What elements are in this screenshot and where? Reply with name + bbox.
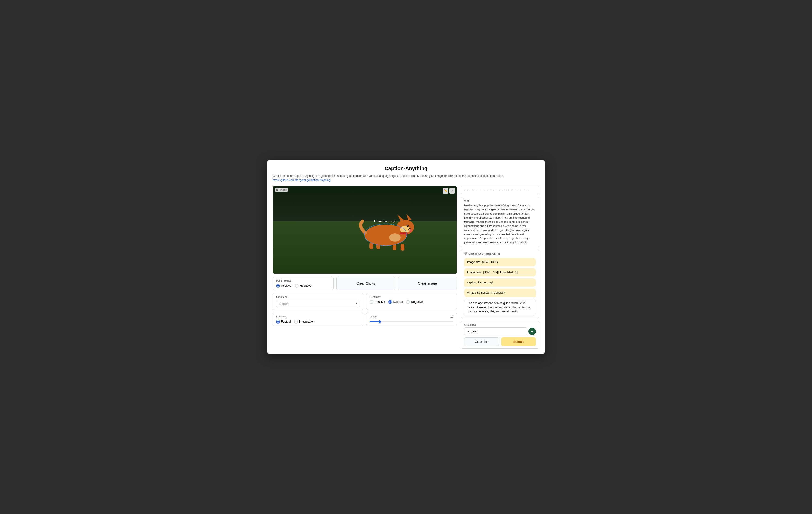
settings-row: Language English Chinese French German S… bbox=[273, 293, 457, 310]
length-slider-fill bbox=[370, 321, 378, 322]
sentiment-positive-indicator bbox=[370, 300, 373, 304]
positive-radio[interactable]: Positive bbox=[276, 284, 292, 288]
factuality-label: Factuality bbox=[276, 315, 360, 318]
wiki-text: Ike the corgi is a popular breed of dog … bbox=[464, 204, 536, 245]
chat-label: 💬 Chat about Selected Object bbox=[464, 252, 536, 255]
factuality-radio-group: Factual Imagination bbox=[276, 320, 360, 324]
sentiment-natural-indicator bbox=[388, 300, 392, 304]
github-link[interactable]: https://github.com/ttengwang/Caption-Any… bbox=[273, 179, 330, 182]
svg-point-14 bbox=[389, 233, 401, 242]
submit-button[interactable]: Submit bbox=[501, 337, 536, 346]
negative-radio[interactable]: Negative bbox=[295, 284, 312, 288]
point-prompt-radio-group: Positive Negative bbox=[276, 284, 330, 288]
length-slider-wrapper bbox=[370, 321, 454, 322]
language-box: Language English Chinese French German S… bbox=[273, 293, 364, 310]
positive-label: Positive bbox=[281, 284, 292, 287]
sentiment-positive-radio[interactable]: Positive bbox=[370, 300, 385, 304]
wiki-label: Wiki bbox=[464, 199, 536, 202]
svg-rect-11 bbox=[401, 244, 404, 250]
chat-icon: 💬 bbox=[464, 252, 467, 255]
imagination-label: Imagination bbox=[299, 320, 315, 323]
send-button[interactable]: ● bbox=[528, 328, 536, 335]
close-image-button[interactable]: ✕ bbox=[449, 188, 455, 193]
caption-bubble: I love the corgi. bbox=[374, 219, 396, 223]
language-label: Language bbox=[276, 295, 360, 298]
chat-input-field[interactable] bbox=[464, 327, 527, 335]
point-prompt-box: Point Prompt Positive Negative bbox=[273, 277, 334, 290]
chat-message-4: What is its lifespan in general? bbox=[464, 289, 536, 297]
chat-input-row: ● bbox=[464, 327, 536, 335]
chat-message-1: Image size: (2048, 1365) bbox=[464, 258, 536, 266]
svg-point-6 bbox=[408, 225, 408, 226]
sentiment-box: Sentiment Positive Natural bbox=[366, 293, 457, 310]
length-slider-thumb[interactable] bbox=[378, 320, 381, 323]
language-select-wrapper: English Chinese French German Spanish ▼ bbox=[276, 300, 360, 307]
app-window: Caption-Anything Gradio demo for Caption… bbox=[267, 160, 545, 354]
length-slider-track bbox=[370, 321, 454, 322]
chat-message-2: Image point: [[1371, 772]], Input label:… bbox=[464, 268, 536, 276]
image-actions: ✏️ ✕ bbox=[443, 188, 455, 193]
factuality-box: Factuality Factual Imagination bbox=[273, 313, 364, 326]
image-label: 🖼 Image bbox=[275, 188, 288, 192]
right-panel: ••••••••••••••••••••••••••••••••••••••••… bbox=[461, 186, 539, 349]
chat-input-label: Chat Input bbox=[464, 323, 536, 326]
factual-label: Factual bbox=[281, 320, 291, 323]
point-prompt-label: Point Prompt bbox=[276, 279, 330, 282]
bottom-actions: Clear Text Submit bbox=[464, 337, 536, 346]
clear-image-button[interactable]: Clear Image bbox=[398, 277, 457, 290]
sentiment-negative-radio[interactable]: Negative bbox=[406, 300, 423, 304]
length-header: Length 10 bbox=[370, 315, 454, 320]
sentiment-radio-group: Positive Natural Negative bbox=[370, 300, 454, 304]
positive-radio-indicator bbox=[276, 284, 280, 288]
factuality-row: Factuality Factual Imagination bbox=[273, 313, 457, 326]
factual-indicator bbox=[276, 320, 280, 324]
sentiment-positive-label: Positive bbox=[375, 300, 385, 304]
imagination-indicator bbox=[294, 320, 298, 324]
left-panel: 🖼 Image ✏️ ✕ bbox=[273, 186, 457, 349]
factual-radio[interactable]: Factual bbox=[276, 320, 291, 324]
length-value: 10 bbox=[451, 315, 454, 320]
app-title: Caption-Anything bbox=[273, 165, 539, 171]
length-box: Length 10 bbox=[366, 313, 457, 326]
sentiment-negative-indicator bbox=[406, 300, 410, 304]
negative-radio-indicator bbox=[295, 284, 298, 288]
send-icon: ● bbox=[531, 329, 533, 333]
svg-point-8 bbox=[409, 229, 412, 232]
clear-clicks-button[interactable]: Clear Clicks bbox=[336, 277, 395, 290]
edit-image-button[interactable]: ✏️ bbox=[443, 188, 448, 193]
sentiment-natural-label: Natural bbox=[393, 300, 403, 304]
chat-section: 💬 Chat about Selected Object Image size:… bbox=[461, 250, 539, 318]
svg-point-4 bbox=[400, 226, 410, 233]
main-layout: 🖼 Image ✏️ ✕ bbox=[273, 186, 539, 349]
sentiment-negative-label: Negative bbox=[411, 300, 423, 304]
sentiment-natural-radio[interactable]: Natural bbox=[388, 300, 403, 304]
svg-marker-3 bbox=[406, 214, 411, 221]
negative-label: Negative bbox=[300, 284, 312, 287]
app-description: Gradio demo for Caption Anything, image … bbox=[273, 174, 539, 182]
corgi-image bbox=[351, 208, 420, 252]
wiki-box: Wiki Ike the corgi is a popular breed of… bbox=[461, 197, 539, 247]
clear-text-button[interactable]: Clear Text bbox=[464, 337, 499, 346]
image-container[interactable]: 🖼 Image ✏️ ✕ bbox=[273, 186, 457, 274]
language-select[interactable]: English Chinese French German Spanish bbox=[276, 300, 360, 307]
chat-input-section: Chat Input ● Clear Text Submit bbox=[461, 321, 539, 349]
sentiment-label: Sentiment bbox=[370, 295, 454, 298]
length-label: Length bbox=[370, 315, 378, 318]
chat-message-5: The average lifespan of a corgi is aroun… bbox=[464, 299, 536, 316]
imagination-radio[interactable]: Imagination bbox=[294, 320, 315, 324]
svg-marker-2 bbox=[397, 214, 404, 221]
dots-display: ••••••••••••••••••••••••••••••••••••••••… bbox=[461, 186, 539, 194]
controls-row: Point Prompt Positive Negative bbox=[273, 277, 457, 290]
chat-message-3: caption: ike the corgi bbox=[464, 278, 536, 287]
svg-rect-13 bbox=[376, 243, 380, 249]
svg-point-7 bbox=[409, 227, 411, 229]
corgi-scene: I love the corgi. bbox=[273, 186, 457, 274]
